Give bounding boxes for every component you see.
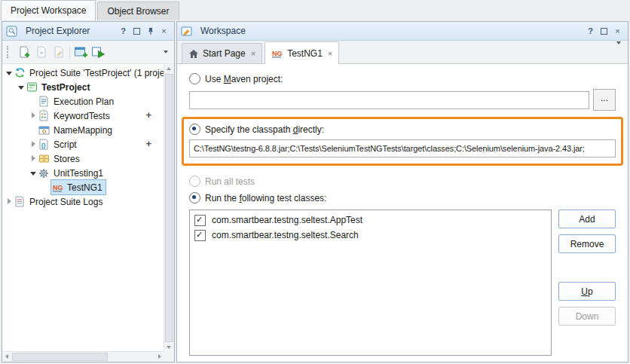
tree-item-namemapping[interactable]: NameMapping [2, 123, 164, 137]
toolbar-grip-handle[interactable] [7, 46, 11, 58]
test-class-checkbox[interactable] [194, 215, 206, 226]
expander-open-icon[interactable] [4, 66, 14, 80]
testng-icon: NG [52, 182, 65, 194]
toolbar-overflow-icon[interactable] [161, 50, 171, 54]
project-explorer-panel: Project Explorer ? × [2, 21, 175, 362]
maven-path-field[interactable] [189, 91, 589, 109]
add-panel-icon[interactable] [72, 44, 90, 61]
testng-icon: NG [271, 48, 283, 59]
tree-item-testproject[interactable]: TestProject [2, 80, 164, 94]
classpath-radio[interactable] [189, 124, 200, 135]
tree-item-label: UnitTesting1 [54, 168, 103, 179]
test-class-row[interactable]: com.smartbear.testng.seltest.AppTest [190, 213, 551, 228]
run-project-icon[interactable] [90, 44, 107, 61]
tree-item-stores[interactable]: Stores [2, 151, 164, 166]
run-classes-radio[interactable] [189, 192, 200, 203]
remove-button[interactable]: Remove [558, 234, 616, 253]
horizontal-scroll-thumb[interactable] [12, 353, 108, 361]
workspace-header: Workspace ? × [177, 22, 628, 41]
add-existing-item-icon[interactable] [32, 44, 50, 61]
run-classes-option-row: Run the following test classes: [189, 191, 616, 204]
tree-item-script[interactable]: {} Script + [2, 137, 164, 151]
expander-closed-icon[interactable] [4, 194, 14, 209]
tab-label: Start Page [203, 48, 246, 59]
project-icon [26, 81, 39, 93]
tree-item-project-suite-logs[interactable]: Project Suite Logs [2, 194, 164, 209]
run-all-radio [189, 176, 200, 187]
toolbar-separator [69, 46, 70, 59]
close-icon[interactable]: × [158, 25, 170, 37]
tab-list-dropdown-icon[interactable] [616, 44, 621, 55]
test-class-checkbox[interactable] [194, 230, 206, 241]
tab-object-browser[interactable]: Object Browser [97, 2, 179, 20]
expander-closed-icon[interactable] [28, 137, 38, 151]
tree-item-label: Execution Plan [54, 96, 114, 107]
tree-item-testng1[interactable]: NG TestNG1 [2, 180, 164, 194]
close-icon[interactable]: × [611, 25, 624, 37]
scroll-right-icon[interactable] [155, 352, 164, 361]
project-explorer-toolbar [2, 41, 174, 64]
run-all-option-row: Run all tests [189, 175, 616, 188]
svg-text:NG: NG [53, 183, 63, 191]
scrollbar-corner [164, 352, 174, 362]
tree-item-unittesting1[interactable]: UnitTesting1 [2, 166, 164, 180]
callout-highlight: Specify the classpath directly: C:\TestN… [182, 117, 623, 166]
document-tab-bar: Start Page × NG TestNG1 × [177, 41, 628, 64]
test-class-row[interactable]: com.smartbear.testng.seltest.Search [190, 228, 551, 243]
vertical-scrollbar[interactable] [164, 64, 174, 352]
test-class-label: com.smartbear.testng.seltest.AppTest [212, 215, 362, 225]
pin-icon[interactable] [144, 25, 157, 37]
tab-testng1[interactable]: NG TestNG1 × [265, 41, 339, 64]
name-mapping-icon [38, 124, 51, 136]
maximize-icon[interactable] [130, 25, 143, 37]
tab-start-page[interactable]: Start Page × [182, 43, 262, 63]
workspace-title: Workspace [200, 26, 583, 36]
list-buttons-column: Add Remove Up Down [558, 210, 616, 356]
add-button[interactable]: Add [558, 210, 616, 228]
tree-item-project-suite[interactable]: Project Suite 'TestProject' (1 project) [2, 66, 164, 80]
expander-closed-icon[interactable] [28, 151, 38, 166]
home-icon [188, 49, 199, 59]
edit-item-icon[interactable] [50, 44, 67, 61]
scroll-down-icon[interactable] [164, 343, 173, 352]
tree-item-label: KeywordTests [54, 111, 110, 121]
down-button: Down [558, 307, 616, 326]
expander-closed-icon[interactable] [28, 109, 38, 123]
classpath-field[interactable]: C:\TestNG\testng-6.8.8.jar;C:\Tests\Sele… [189, 139, 616, 158]
logs-icon [14, 196, 27, 208]
browse-button[interactable]: ... [593, 89, 616, 111]
close-tab-icon[interactable]: × [328, 49, 332, 58]
close-tab-icon[interactable]: × [251, 49, 255, 58]
tree-item-execution-plan[interactable]: Execution Plan [2, 94, 164, 109]
tab-label: TestNG1 [287, 48, 323, 59]
horizontal-scrollbar[interactable] [2, 351, 164, 362]
quick-add-icon[interactable]: + [145, 138, 151, 149]
maximize-icon[interactable] [598, 25, 610, 37]
maven-radio[interactable] [189, 73, 200, 84]
testng-editor: Use Maven project: ... Specify the class… [177, 64, 628, 362]
add-new-item-icon[interactable] [15, 44, 32, 61]
maven-option-row: Use Maven project: [189, 72, 616, 85]
project-explorer-title: Project Explorer [26, 26, 116, 36]
tree-item-label: Script [54, 139, 77, 150]
quick-add-icon[interactable]: + [145, 109, 151, 121]
project-explorer-icon [6, 25, 19, 37]
help-icon[interactable]: ? [117, 25, 130, 37]
test-classes-list[interactable]: com.smartbear.testng.seltest.AppTest com… [189, 210, 552, 356]
svg-text:NG: NG [272, 49, 283, 57]
project-suite-icon [14, 67, 27, 79]
scroll-up-icon[interactable] [164, 64, 173, 73]
tree-item-keywordtests[interactable]: KeywordTests + [2, 109, 164, 123]
selected-row-highlight: NG TestNG1 [50, 179, 106, 195]
workspace-icon [181, 25, 194, 37]
help-icon[interactable]: ? [584, 25, 597, 37]
vertical-scroll-thumb[interactable] [165, 74, 173, 342]
up-button[interactable]: Up [558, 282, 616, 301]
expander-open-icon[interactable] [28, 166, 38, 180]
keyword-tests-icon [38, 110, 51, 122]
scroll-left-icon[interactable] [2, 352, 11, 361]
tab-project-workspace[interactable]: Project Workspace [1, 0, 96, 20]
expander-open-icon[interactable] [16, 80, 26, 94]
tree-item-label: Stores [54, 154, 80, 164]
script-icon: {} [38, 139, 51, 151]
